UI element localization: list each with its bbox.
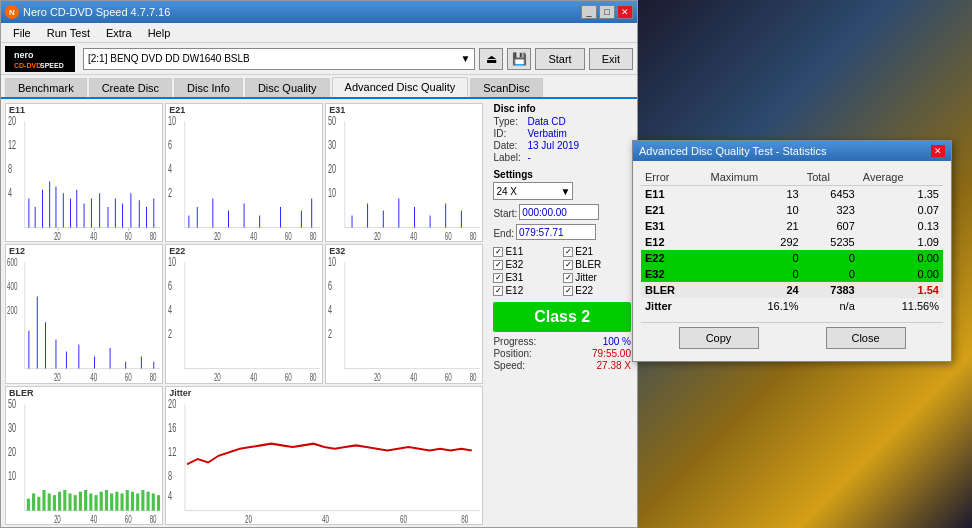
disc-label-value: - [527,152,530,163]
svg-rect-145 [147,491,150,510]
svg-text:30: 30 [328,138,336,151]
svg-text:60: 60 [445,371,452,382]
disc-type-label: Type: [493,116,523,127]
menu-run-test[interactable]: Run Test [39,25,98,41]
checkbox-e31[interactable]: ✓ E31 [493,272,561,283]
drive-selector[interactable]: [2:1] BENQ DVD DD DW1640 BSLB ▼ [83,48,475,70]
tab-create-disc[interactable]: Create Disc [89,78,172,97]
svg-text:80: 80 [310,230,317,241]
copy-button[interactable]: Copy [679,327,759,349]
svg-rect-142 [131,491,134,510]
checkbox-bler-box[interactable]: ✓ [563,260,573,270]
window-title: Nero CD-DVD Speed 4.7.7.16 [23,6,170,18]
chart-e11: E11 20 12 8 4 20 40 60 80 [5,103,163,242]
checkbox-e31-box[interactable]: ✓ [493,273,503,283]
checkbox-e12[interactable]: ✓ E12 [493,285,561,296]
svg-text:20: 20 [8,444,16,457]
menu-help[interactable]: Help [140,25,179,41]
checkbox-e21[interactable]: ✓ E32 [493,259,561,270]
speed-selector[interactable]: 24 X ▼ [493,182,573,200]
checkbox-e22-label: E22 [575,285,593,296]
svg-rect-125 [42,490,45,511]
checkbox-bler-label: BLER [575,259,601,270]
svg-text:60: 60 [285,230,292,241]
chart-e12-label: E12 [9,246,25,256]
svg-text:80: 80 [470,230,477,241]
svg-text:40: 40 [411,230,418,241]
menu-file[interactable]: File [5,25,39,41]
stat-bler-total: 7383 [803,282,859,298]
svg-text:4: 4 [8,186,12,199]
tab-scan-disc[interactable]: ScanDisc [470,78,542,97]
stat-bler-avg: 1.54 [859,282,943,298]
progress-row: Progress: 100 % [493,336,631,347]
eject-button[interactable]: ⏏ [479,48,503,70]
end-label: End: [493,228,514,239]
svg-text:60: 60 [125,230,132,241]
save-button[interactable]: 💾 [507,48,531,70]
svg-text:400: 400 [7,280,18,292]
svg-text:600: 600 [7,256,18,268]
main-content: E11 20 12 8 4 20 40 60 80 [1,99,637,528]
tab-disc-info[interactable]: Disc Info [174,78,243,97]
menu-extra[interactable]: Extra [98,25,140,41]
minimize-button[interactable]: _ [581,5,597,19]
svg-text:10: 10 [168,114,176,127]
settings-title: Settings [493,169,631,180]
svg-text:20: 20 [374,371,381,382]
table-row: BLER 24 7383 1.54 [641,282,943,298]
checkbox-e11-label: E11 [505,246,523,257]
svg-text:20: 20 [54,513,61,524]
tab-benchmark[interactable]: Benchmark [5,78,87,97]
stat-e32-avg: 0.00 [859,266,943,282]
svg-text:40: 40 [250,230,257,241]
disc-info-type: Type: Data CD [493,116,631,127]
checkbox-bler[interactable]: ✓ BLER [563,259,631,270]
checkbox-e11[interactable]: ✓ E11 [493,246,561,257]
stats-footer: Copy Close [641,322,943,353]
start-button[interactable]: Start [535,48,584,70]
checkbox-e22-box[interactable]: ✓ [563,286,573,296]
close-button[interactable]: ✕ [617,5,633,19]
svg-text:12: 12 [168,444,177,457]
checkbox-e32-box[interactable]: ✓ [563,247,573,257]
start-label: Start: [493,208,517,219]
checkbox-e11-box[interactable]: ✓ [493,247,503,257]
svg-text:4: 4 [328,303,332,316]
maximize-button[interactable]: □ [599,5,615,19]
checkbox-e32[interactable]: ✓ E21 [563,246,631,257]
checkbox-e21-box[interactable]: ✓ [493,260,503,270]
stats-popup-close-button[interactable]: ✕ [931,145,945,157]
svg-text:80: 80 [461,513,468,524]
checkbox-jitter-box[interactable]: ✓ [563,273,573,283]
start-time-field[interactable]: 000:00.00 [519,204,599,220]
svg-text:40: 40 [90,230,97,241]
checkbox-e22[interactable]: ✓ E22 [563,285,631,296]
svg-rect-124 [37,497,40,511]
tab-disc-quality[interactable]: Disc Quality [245,78,330,97]
end-time-field[interactable]: 079:57.71 [516,224,596,240]
checkbox-jitter[interactable]: ✓ Jitter [563,272,631,283]
checkbox-e12-box[interactable]: ✓ [493,286,503,296]
disc-info-label: Label: - [493,152,631,163]
close-stats-button[interactable]: Close [826,327,906,349]
svg-text:6: 6 [168,138,172,151]
chart-e12: E12 600 400 200 20 40 60 80 [5,244,163,383]
drive-label: [2:1] BENQ DVD DD DW1640 BSLB [88,53,250,64]
chart-e32-label: E32 [329,246,345,256]
stat-e11-max: 13 [707,186,803,203]
svg-rect-130 [68,493,71,510]
start-time-value: 000:00.00 [522,207,567,218]
progress-label: Progress: [493,336,536,347]
svg-rect-140 [121,493,124,510]
chart-jitter: Jitter 20 16 12 8 4 20 40 60 80 [165,386,483,525]
svg-text:10: 10 [328,255,336,268]
col-total: Total [803,169,859,186]
disc-info-date: Date: 13 Jul 2019 [493,140,631,151]
chart-jitter-label: Jitter [169,388,191,398]
tab-advanced-disc-quality[interactable]: Advanced Disc Quality [332,77,469,97]
exit-button[interactable]: Exit [589,48,633,70]
stat-e11-total: 6453 [803,186,859,203]
toolbar: nero CD-DVD SPEED [2:1] BENQ DVD DD DW16… [1,43,637,75]
svg-text:80: 80 [150,230,157,241]
